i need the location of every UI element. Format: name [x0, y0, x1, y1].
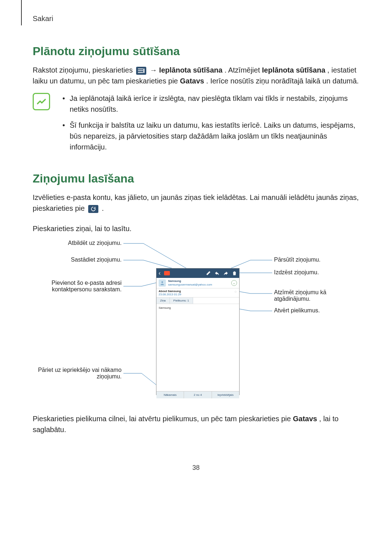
star-icon: ☆ — [234, 290, 237, 294]
sender-email: samsungusermanual@yahoo.com — [168, 283, 212, 287]
text: Pievienot šo e-pasta adresi — [52, 280, 122, 286]
text: Pieskarieties pielikuma cilnei, lai atvē… — [33, 415, 293, 423]
sender-info: Samsung samsungusermanual@yahoo.com — [168, 279, 212, 286]
phone-screenshot: ‹ Samsung samsungusermanual@yahoo.com ⌄ — [156, 268, 240, 395]
avatar-icon — [159, 279, 166, 287]
callout-attachments: Atvērt pielikumus. — [274, 307, 320, 314]
chapter-label: Sakari — [33, 15, 359, 23]
side-rule — [21, 0, 22, 25]
text: . — [102, 204, 104, 212]
text: ziņojumu. — [97, 373, 122, 379]
tab-message: Ziņa — [156, 297, 170, 304]
mail-icon — [164, 271, 170, 275]
callout-compose: Sastādiet ziņojumu. — [51, 257, 122, 263]
text: atgādinājumu. — [274, 296, 311, 302]
text: Atzīmēt ziņojumu kā — [274, 289, 326, 295]
section2-paragraph2: Pieskarieties ziņai, lai to lasītu. — [33, 223, 359, 234]
date: 23.08.2013 01:29 — [159, 293, 237, 296]
compose-icon — [206, 271, 211, 276]
sender-row: Samsung samsungusermanual@yahoo.com ⌄ — [156, 278, 239, 288]
text: Izvēlieties e-pasta kontu, kas jālieto, … — [33, 193, 359, 212]
bold-text: Gatavs — [293, 415, 317, 423]
message-body: Samsung — [156, 304, 239, 391]
svg-rect-3 — [143, 69, 144, 73]
text: kontaktpersonu sarakstam. — [52, 286, 122, 292]
text: . Atzīmējiet — [224, 66, 262, 74]
reply-icon — [215, 271, 220, 276]
email-diagram: Atbildēt uz ziņojumu. Sastādiet ziņojumu… — [33, 239, 359, 402]
subject: About Samsung — [159, 290, 237, 293]
tab-attachment: Pielikums: 1 — [170, 297, 193, 304]
text: Pāriet uz iepriekšējo vai nākamo — [38, 367, 122, 373]
svg-rect-2 — [138, 72, 143, 73]
callout-forward: Pārsūtīt ziņojumu. — [274, 257, 320, 263]
delete-icon — [232, 271, 237, 276]
tabs: Ziņa Pielikums: 1 — [156, 297, 239, 304]
svg-line-5 — [143, 243, 192, 272]
svg-point-20 — [162, 281, 163, 283]
subject-row: About Samsung 23.08.2013 01:29 ☆ — [156, 288, 239, 297]
note-item: Ja ieplānotajā laikā ierīce ir izslēgta,… — [62, 93, 359, 115]
refresh-icon — [88, 205, 98, 213]
nav-next: Nākamais — [156, 391, 184, 398]
svg-rect-0 — [138, 69, 143, 69]
section1-paragraph: Rakstot ziņojumu, pieskarieties → Ieplān… — [33, 65, 359, 86]
back-icon: ‹ — [159, 270, 160, 276]
bold-text: Gatavs — [180, 77, 204, 85]
section2-paragraph1: Izvēlieties e-pasta kontu, kas jālieto, … — [33, 192, 359, 214]
text: Rakstot ziņojumu, pieskarieties — [33, 66, 135, 74]
titlebar: ‹ — [156, 268, 239, 278]
note-icon — [33, 93, 50, 110]
nav-count: 2 no 4 — [184, 391, 212, 398]
menu-icon — [136, 67, 146, 75]
svg-rect-1 — [138, 70, 143, 71]
callout-reminder: Atzīmēt ziņojumu kā atgādinājumu. — [274, 289, 326, 302]
callout-navigate: Pāriet uz iepriekšējo vai nākamo ziņojum… — [29, 367, 122, 380]
nav-prev: Iepriekšējais — [212, 391, 239, 398]
note-block: Ja ieplānotajā laikā ierīce ir izslēgta,… — [33, 93, 359, 157]
text: . Ierīce nosūtīs ziņu norādītajā laikā u… — [206, 77, 359, 85]
text: → — [150, 66, 159, 74]
note-item: Šī funkcija ir balstīta uz laiku un datu… — [62, 120, 359, 152]
bold-text: Ieplānota sūtīšana — [262, 66, 326, 74]
forward-icon — [223, 271, 228, 276]
callout-add-contact: Pievienot šo e-pasta adresi kontaktperso… — [36, 280, 122, 293]
callout-reply: Atbildēt uz ziņojumu. — [51, 240, 122, 246]
expand-icon: ⌄ — [231, 280, 237, 286]
sender-name: Samsung — [168, 279, 212, 283]
page-number: 38 — [33, 464, 359, 472]
nav-row: Nākamais 2 no 4 Iepriekšējais — [156, 391, 239, 398]
callout-delete: Izdzēst ziņojumu. — [274, 269, 319, 276]
section2-title: Ziņojumu lasīšana — [33, 172, 359, 185]
section2-paragraph3: Pieskarieties pielikuma cilnei, lai atvē… — [33, 413, 359, 435]
bold-text: Ieplānota sūtīšana — [159, 66, 222, 74]
section1-title: Plānotu ziņojumu sūtīšana — [33, 45, 359, 58]
